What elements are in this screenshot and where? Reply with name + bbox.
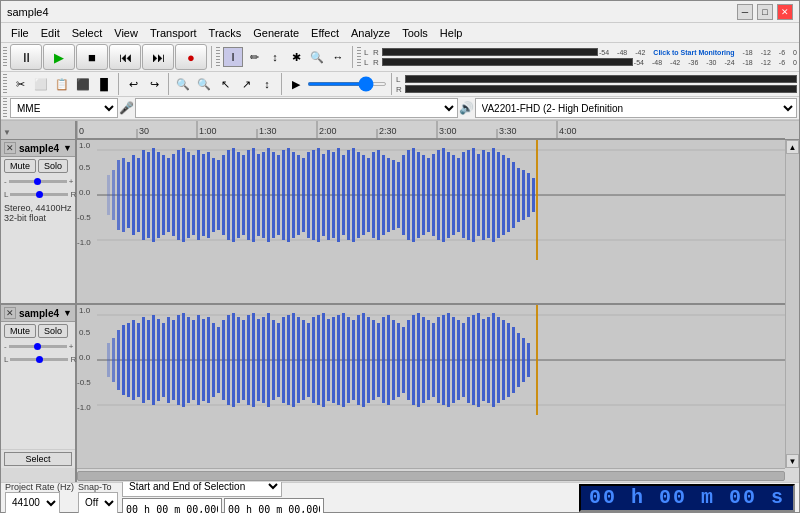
menu-tools[interactable]: Tools xyxy=(396,25,434,41)
track1-mute-button[interactable]: Mute xyxy=(4,159,36,173)
zoom-out-button[interactable]: 🔍 xyxy=(194,74,214,94)
svg-rect-87 xyxy=(412,148,415,242)
paste-button[interactable]: 📋 xyxy=(52,74,72,94)
track2-select-area: Select xyxy=(1,449,75,468)
zoom-sel-button[interactable]: ↗ xyxy=(236,74,256,94)
zoom-height-button[interactable]: ↕ xyxy=(257,74,277,94)
selection-start-input[interactable] xyxy=(122,498,222,513)
out-L-bar[interactable] xyxy=(405,75,797,83)
svg-text:0: 0 xyxy=(79,126,84,136)
multi-tool-button[interactable]: ✱ xyxy=(286,47,306,67)
toolbar-sep-6 xyxy=(391,73,392,95)
selection-end-input[interactable] xyxy=(224,498,324,513)
menu-analyze[interactable]: Analyze xyxy=(345,25,396,41)
skip-start-button[interactable]: ⏮ xyxy=(109,44,141,70)
track1-solo-button[interactable]: Solo xyxy=(38,159,68,173)
track2-pan-slider[interactable] xyxy=(10,358,68,361)
menu-generate[interactable]: Generate xyxy=(247,25,305,41)
svg-rect-151 xyxy=(257,319,260,401)
track2-waveform[interactable]: 1.0 0.5 0.0 -0.5 -1.0 xyxy=(77,305,785,468)
hscroll-thumb[interactable] xyxy=(77,471,785,481)
track1-controls: ✕ sample4 ▼ Mute Solo - + L xyxy=(1,140,77,305)
menu-effect[interactable]: Effect xyxy=(305,25,345,41)
menu-select[interactable]: Select xyxy=(66,25,109,41)
click-monitoring[interactable]: Click to Start Monitoring xyxy=(653,49,734,56)
menu-help[interactable]: Help xyxy=(434,25,469,41)
track1-gain-slider[interactable] xyxy=(9,180,67,183)
svg-text:-0.5: -0.5 xyxy=(77,213,91,222)
envelope-tool-button[interactable]: ↕ xyxy=(265,47,285,67)
redo-button[interactable]: ↪ xyxy=(144,74,164,94)
project-rate-select[interactable]: 44100 48000 96000 xyxy=(5,492,60,514)
audio-host-select[interactable]: MME DirectSound Windows WASAPI xyxy=(10,98,118,118)
svg-rect-78 xyxy=(367,158,370,232)
track1-waveform[interactable]: 1.0 0.5 0.0 -0.5 -1.0 xyxy=(77,140,785,305)
record-button[interactable]: ● xyxy=(175,44,207,70)
cut-button[interactable]: ✂ xyxy=(10,74,30,94)
window-controls: ─ □ ✕ xyxy=(737,4,793,20)
svg-rect-82 xyxy=(387,158,390,232)
track2-gain-slider[interactable] xyxy=(9,345,67,348)
meter-L-bar[interactable] xyxy=(382,48,598,56)
skip-end-button[interactable]: ⏭ xyxy=(142,44,174,70)
copy-button[interactable]: ⬜ xyxy=(31,74,51,94)
svg-rect-106 xyxy=(507,158,510,232)
time-tool-button[interactable]: ↔ xyxy=(328,47,348,67)
zoom-fit-button[interactable]: ↖ xyxy=(215,74,235,94)
toolbar-grip-2 xyxy=(216,47,220,67)
undo-button[interactable]: ↩ xyxy=(123,74,143,94)
playback-volume-slider[interactable] xyxy=(307,82,387,86)
svg-rect-183 xyxy=(417,313,420,407)
out-R-bar[interactable] xyxy=(405,85,797,93)
meter-R2-label: R xyxy=(373,58,381,67)
draw-tool-button[interactable]: ✏ xyxy=(244,47,264,67)
horizontal-scrollbar[interactable] xyxy=(77,468,785,482)
pause-button[interactable]: ⏸ xyxy=(10,44,42,70)
snap-to-select[interactable]: Off On xyxy=(78,492,118,514)
track1-collapse[interactable]: ▼ xyxy=(63,143,72,153)
svg-rect-57 xyxy=(262,152,265,238)
svg-rect-191 xyxy=(457,320,460,400)
svg-rect-93 xyxy=(442,148,445,242)
input-device-select[interactable] xyxy=(135,98,458,118)
menu-view[interactable]: View xyxy=(108,25,144,41)
vertical-scrollbar[interactable]: ▲ ▼ xyxy=(785,140,799,468)
track2-close[interactable]: ✕ xyxy=(4,307,16,319)
zoom-tool-button[interactable]: 🔍 xyxy=(307,47,327,67)
track1-close[interactable]: ✕ xyxy=(4,142,16,154)
titlebar: sample4 ─ □ ✕ xyxy=(1,1,799,23)
stop-button[interactable]: ■ xyxy=(76,44,108,70)
output-device-select[interactable]: VA2201-FHD (2- High Definition xyxy=(475,98,798,118)
play-button[interactable]: ▶ xyxy=(43,44,75,70)
vscroll-down-button[interactable]: ▼ xyxy=(786,454,799,468)
svg-rect-45 xyxy=(202,154,205,236)
vscroll-track[interactable] xyxy=(786,154,799,454)
menu-transport[interactable]: Transport xyxy=(144,25,203,41)
vscroll-up-button[interactable]: ▲ xyxy=(786,140,799,154)
svg-rect-165 xyxy=(327,319,330,401)
track2-select-button[interactable]: Select xyxy=(4,452,72,466)
select-tool-button[interactable]: I xyxy=(223,47,243,67)
toolbar-row-3: MME DirectSound Windows WASAPI 🎤 🔊 VA220… xyxy=(1,97,799,120)
svg-rect-147 xyxy=(237,317,240,403)
svg-rect-63 xyxy=(292,152,295,238)
track2-solo-button[interactable]: Solo xyxy=(38,324,68,338)
zoom-in-button[interactable]: 🔍 xyxy=(173,74,193,94)
minimize-button[interactable]: ─ xyxy=(737,4,753,20)
menu-tracks[interactable]: Tracks xyxy=(203,25,248,41)
menu-file[interactable]: File xyxy=(5,25,35,41)
svg-rect-125 xyxy=(127,323,130,397)
menu-edit[interactable]: Edit xyxy=(35,25,66,41)
track2-collapse[interactable]: ▼ xyxy=(63,308,72,318)
meter-R-bar[interactable] xyxy=(382,58,633,66)
ruler-click[interactable]: ▼ xyxy=(1,128,11,137)
track2-mute-button[interactable]: Mute xyxy=(4,324,36,338)
track1-pan-slider[interactable] xyxy=(10,193,68,196)
silence-button[interactable]: ▐▌ xyxy=(94,74,114,94)
meter-row-L: L R -54-48-42 Click to Start Monitoring … xyxy=(364,48,797,57)
trim-button[interactable]: ⬛ xyxy=(73,74,93,94)
track1-name: sample4 xyxy=(19,143,60,154)
close-button[interactable]: ✕ xyxy=(777,4,793,20)
maximize-button[interactable]: □ xyxy=(757,4,773,20)
svg-rect-199 xyxy=(497,317,500,403)
